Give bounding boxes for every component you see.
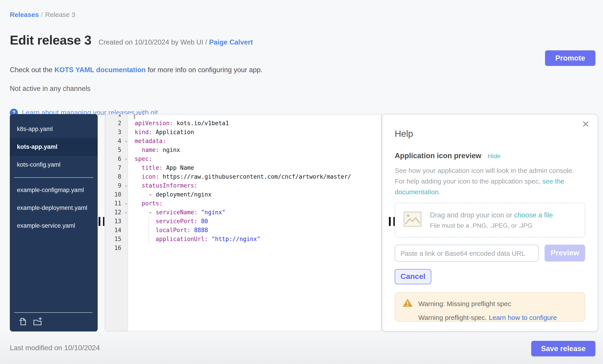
- code-line[interactable]: 8 icon: https://raw.githubusercontent.co…: [105, 172, 381, 181]
- code-line[interactable]: 11▾ ports:: [105, 199, 381, 208]
- code-line[interactable]: 5 name: nginx: [105, 146, 381, 154]
- new-file-icon[interactable]: [18, 317, 27, 326]
- code-line[interactable]: 15 applicationUrl: "http://nginx": [105, 235, 381, 244]
- code-text: spec:: [128, 154, 365, 164]
- warning-detail: Warning preflight-spec. Learn how to con…: [402, 314, 578, 321]
- breadcrumb: Releases/Release 3: [10, 11, 75, 18]
- code-line[interactable]: 7 title: App Name: [105, 164, 381, 172]
- editor-cursor: [134, 114, 135, 119]
- fold-arrow-icon[interactable]: ▾: [125, 182, 127, 191]
- icon-dropzone[interactable]: Drag and drop your icon or choose a file…: [395, 203, 585, 237]
- learn-configure-link[interactable]: Learn how to configure: [489, 314, 557, 321]
- line-number: 10: [105, 190, 128, 199]
- kots-yaml-doc-link[interactable]: KOTS YAML documentation: [54, 66, 146, 74]
- line-number: 9▾: [105, 181, 128, 190]
- fold-arrow-icon[interactable]: ▾: [125, 209, 127, 217]
- code-text: metadata:: [128, 137, 365, 146]
- code-text: servicePort: 80: [128, 217, 365, 226]
- breadcrumb-separator: /: [41, 11, 43, 18]
- code-text: apiVersion: kots.io/v1beta1: [128, 119, 365, 128]
- breadcrumb-releases-link[interactable]: Releases: [10, 11, 39, 18]
- line-number: 15: [105, 235, 128, 244]
- code-line[interactable]: 10 - deployment/nginx: [105, 190, 381, 199]
- created-author-link[interactable]: Paige Calvert: [209, 38, 253, 46]
- yaml-editor[interactable]: 1---2apiVersion: kots.io/v1beta13kind: A…: [105, 114, 382, 331]
- line-number: 6▾: [105, 154, 128, 164]
- code-line[interactable]: 1---: [105, 114, 381, 119]
- code-text: [128, 244, 365, 253]
- code-text: applicationUrl: "http://nginx": [128, 235, 365, 244]
- code-line[interactable]: 6▾spec:: [105, 154, 381, 164]
- code-text: statusInformers:: [128, 181, 365, 190]
- warning-detail-text: Warning preflight-spec.: [418, 314, 489, 321]
- help-panel: ✕ Help Application icon preview Hide See…: [382, 114, 598, 331]
- intro-after: for more info on configuring your app.: [146, 66, 263, 74]
- code-line[interactable]: 12▾ - serviceName: "nginx": [105, 208, 381, 217]
- icon-url-input[interactable]: [395, 245, 539, 262]
- choose-file-link[interactable]: choose a file: [514, 211, 553, 219]
- footer-bar: Last modified on 10/10/2024 Save release: [0, 331, 603, 364]
- line-number: 1: [105, 114, 128, 119]
- title-row: Edit release 3 Created on 10/10/2024 by …: [10, 33, 253, 48]
- page: Releases/Release 3 Edit release 3 Create…: [0, 0, 603, 364]
- line-number: 7: [105, 164, 128, 172]
- drop-text: Drag and drop your icon or: [430, 211, 514, 219]
- line-number: 16: [105, 244, 128, 253]
- fold-arrow-icon[interactable]: ▾: [125, 155, 127, 164]
- dropzone-text: Drag and drop your icon or choose a file: [430, 211, 553, 219]
- file-item-example-configmap-yaml[interactable]: example-configmap.yaml: [10, 181, 98, 199]
- file-item-example-deployment-yaml[interactable]: example-deployment.yaml: [10, 199, 98, 217]
- channel-status: Not active in any channels: [10, 85, 91, 93]
- line-number: 11▾: [105, 199, 128, 208]
- file-item-kots-app-yaml[interactable]: kots-app.yaml: [10, 138, 98, 156]
- created-info: Created on 10/10/2024 by Web UI / Paige …: [99, 38, 253, 46]
- icon-preview-title: Application icon preview: [395, 152, 481, 160]
- code-text: ---: [128, 114, 365, 119]
- image-placeholder-icon: [403, 211, 422, 229]
- warning-icon: [402, 298, 413, 309]
- fold-arrow-icon[interactable]: ▾: [125, 137, 127, 146]
- code-line[interactable]: 4▾metadata:: [105, 137, 381, 146]
- code-line[interactable]: 9▾ statusInformers:: [105, 181, 381, 190]
- promote-button[interactable]: Promote: [545, 50, 595, 66]
- code-text: - serviceName: "nginx": [128, 208, 365, 217]
- new-folder-icon[interactable]: [33, 317, 43, 326]
- code-line[interactable]: 13 servicePort: 80: [105, 217, 381, 226]
- code-line[interactable]: 14 localPort: 8888: [105, 226, 381, 235]
- hide-link[interactable]: Hide: [488, 152, 501, 159]
- file-list: k8s-app.yamlkots-app.yamlkots-config.yam…: [10, 114, 98, 235]
- code-line[interactable]: 16: [105, 244, 381, 253]
- code-line[interactable]: 2apiVersion: kots.io/v1beta1: [105, 119, 381, 128]
- page-title: Edit release 3: [10, 33, 92, 48]
- code-text: localPort: 8888: [128, 226, 365, 235]
- warning-title: Warning: Missing preflight spec: [418, 300, 511, 307]
- code-text: name: nginx: [128, 146, 365, 154]
- intro-text: Check out the KOTS YAML documentation fo…: [10, 66, 263, 74]
- file-item-example-service-yaml[interactable]: example-service.yaml: [10, 217, 98, 235]
- preflight-warning: Warning: Missing preflight spec Warning …: [395, 292, 585, 322]
- save-release-button[interactable]: Save release: [531, 341, 595, 356]
- fold-arrow-icon[interactable]: ▾: [125, 199, 127, 209]
- file-item-k8s-app-yaml[interactable]: k8s-app.yaml: [10, 120, 98, 138]
- close-icon[interactable]: ✕: [582, 119, 590, 130]
- code-lines: 1---2apiVersion: kots.io/v1beta13kind: A…: [105, 114, 381, 253]
- code-line[interactable]: 3kind: Application: [105, 128, 381, 137]
- icon-preview-description: See how your application icon will look …: [395, 165, 575, 197]
- pane-resize-handle-right[interactable]: [389, 217, 395, 226]
- intro-before: Check out the: [10, 66, 54, 74]
- line-number: 4▾: [105, 137, 128, 146]
- line-number: 3: [105, 128, 128, 137]
- line-number: 5: [105, 146, 128, 154]
- code-text: kind: Application: [128, 128, 365, 137]
- indent-guide: [149, 218, 149, 244]
- file-item-kots-config-yaml[interactable]: kots-config.yaml: [10, 156, 98, 174]
- pane-resize-handle-left[interactable]: [99, 217, 104, 226]
- help-panel-title: Help: [395, 129, 585, 139]
- line-number: 14: [105, 226, 128, 235]
- code-text: title: App Name: [128, 164, 365, 172]
- code-text: ports:: [128, 199, 365, 208]
- preview-button[interactable]: Preview: [545, 245, 585, 262]
- cancel-button[interactable]: Cancel: [395, 269, 431, 284]
- desc-period: .: [439, 188, 441, 196]
- code-text: icon: https://raw.githubusercontent.com/…: [128, 172, 365, 181]
